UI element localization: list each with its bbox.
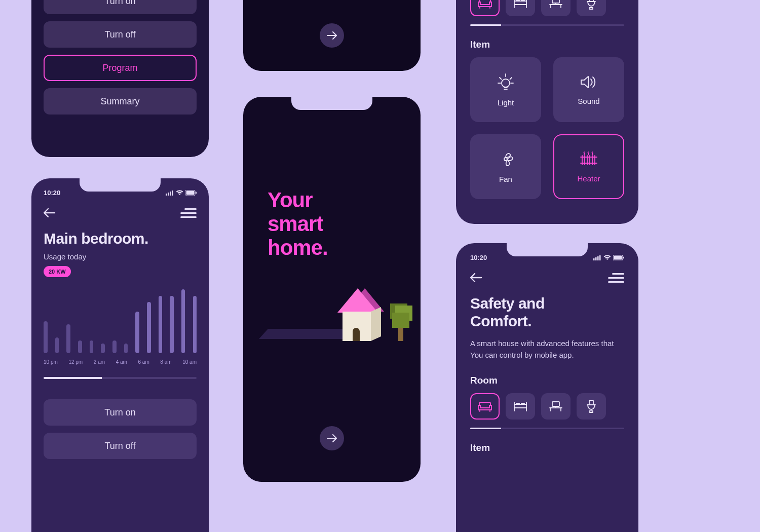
svg-rect-2 <box>170 192 171 196</box>
chart-bar <box>66 324 70 353</box>
page-title: Main bedroom. <box>44 230 197 247</box>
chart-xtick: 2 am <box>94 359 105 365</box>
option-turn-on[interactable]: Turn on <box>44 0 197 14</box>
section-room-label: Room <box>470 375 624 386</box>
option-program[interactable]: Program <box>44 55 197 81</box>
room-chip[interactable] <box>470 393 500 420</box>
option-summary[interactable]: Summary <box>44 88 197 115</box>
usage-bar-chart: 10 pm12 pm2 am4 am6 am8 am10 am <box>44 289 197 365</box>
speaker-icon <box>580 74 598 90</box>
room-chip[interactable] <box>577 393 606 420</box>
section-item-label: Item <box>470 442 624 453</box>
device-notch <box>291 97 372 110</box>
back-arrow-icon[interactable] <box>470 273 482 282</box>
svg-rect-14 <box>599 255 601 260</box>
chart-bar <box>159 296 163 353</box>
screen-splash: Your smart home. <box>243 97 421 482</box>
screen-safety-comfort: 10:20 Safety andComfort. A smart house w… <box>456 243 638 532</box>
room-chip[interactable] <box>541 0 571 16</box>
lightbulb-icon <box>497 73 514 91</box>
chart-bar <box>78 340 82 353</box>
chart-xtick: 12 pm <box>68 359 83 365</box>
turn-on-button[interactable]: Turn on <box>44 399 197 426</box>
back-arrow-icon[interactable] <box>44 208 56 217</box>
chart-bar <box>101 344 105 353</box>
status-time: 10:20 <box>470 254 487 261</box>
sofa-icon <box>477 401 492 412</box>
room-chip[interactable] <box>577 0 606 16</box>
chart-xtick: 4 am <box>116 359 127 365</box>
battery-icon <box>613 255 624 260</box>
room-chip[interactable] <box>506 0 535 16</box>
chart-scroll-indicator[interactable] <box>44 377 197 379</box>
room-chip[interactable] <box>541 393 571 420</box>
usage-badge: 20 KW <box>44 266 71 277</box>
chart-xtick: 10 am <box>182 359 197 365</box>
svg-rect-3 <box>172 191 173 196</box>
item-card-heater[interactable]: Heater <box>553 134 624 199</box>
next-button[interactable] <box>320 426 344 450</box>
section-item-label: Item <box>470 39 624 50</box>
device-notch <box>80 178 161 192</box>
room-chip[interactable] <box>506 393 535 420</box>
chart-bar <box>44 321 48 353</box>
bed-icon <box>513 401 528 412</box>
menu-icon[interactable] <box>608 271 624 285</box>
option-turn-off[interactable]: Turn off <box>44 21 197 48</box>
device-notch <box>507 243 588 256</box>
svg-rect-18 <box>552 402 559 406</box>
signal-icon <box>593 255 601 260</box>
svg-rect-13 <box>597 256 599 260</box>
arrow-right-icon <box>327 434 337 442</box>
status-time: 10:20 <box>44 189 60 197</box>
screen-main-bedroom: 10:20 Main bedroom. Usage today 20 KW 10… <box>31 178 209 532</box>
item-label: Heater <box>577 174 600 183</box>
chart-bar <box>193 296 197 353</box>
radiator-icon <box>579 151 598 167</box>
sofa-icon <box>477 0 492 9</box>
item-card-fan[interactable]: Fan <box>470 134 541 199</box>
item-label: Fan <box>499 175 512 183</box>
svg-rect-6 <box>196 192 197 194</box>
chart-bar <box>112 340 117 353</box>
chart-bar <box>147 302 151 353</box>
chart-xtick: 8 am <box>160 359 171 365</box>
chart-bar <box>181 289 185 353</box>
chart-bar <box>170 296 174 353</box>
signal-icon <box>166 190 174 196</box>
screen-room-items: Item LightSoundFanHeater <box>456 0 638 224</box>
bed-icon <box>513 0 528 9</box>
svg-rect-0 <box>166 194 167 196</box>
chart-bar <box>90 340 94 353</box>
toilet-icon <box>586 400 597 413</box>
toilet-icon <box>586 0 597 10</box>
svg-rect-5 <box>186 191 195 195</box>
svg-rect-19 <box>589 400 593 405</box>
screen-onboarding-prev <box>243 0 421 71</box>
item-card-light[interactable]: Light <box>470 57 541 122</box>
chart-bar <box>124 344 128 353</box>
page-title: Safety andComfort. <box>470 295 624 330</box>
fan-icon <box>497 150 514 168</box>
house-illustration <box>263 285 410 356</box>
chart-bar <box>135 312 139 353</box>
chart-xtick: 10 pm <box>44 359 58 365</box>
item-label: Sound <box>578 97 599 105</box>
menu-icon[interactable] <box>180 206 197 220</box>
chart-bar <box>55 337 59 354</box>
svg-rect-1 <box>168 193 169 196</box>
room-chip[interactable] <box>470 0 500 16</box>
screen-heater-options: Turn on Turn off Program Summary <box>31 0 209 157</box>
svg-rect-12 <box>595 257 597 260</box>
desk-icon <box>548 401 563 412</box>
usage-label: Usage today <box>44 252 197 261</box>
hero-title: Your smart home. <box>268 188 328 259</box>
item-label: Light <box>498 98 514 107</box>
svg-rect-17 <box>623 256 624 258</box>
next-button[interactable] <box>320 23 344 48</box>
wifi-icon <box>603 255 611 260</box>
item-card-sound[interactable]: Sound <box>553 57 624 122</box>
desk-icon <box>548 0 563 9</box>
turn-off-button[interactable]: Turn off <box>44 433 197 459</box>
svg-rect-16 <box>614 255 622 259</box>
